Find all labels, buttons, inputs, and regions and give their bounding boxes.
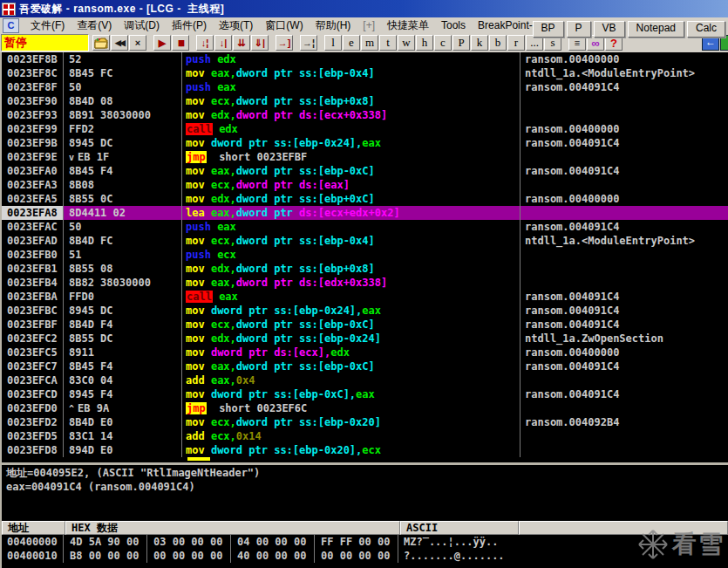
- disasm-row[interactable]: 0023EFA38B08mov ecx,dword ptr ds:[eax]: [2, 178, 728, 192]
- plugin-p-button[interactable]: P: [567, 21, 591, 38]
- bytes-cell: 8B4D FC: [64, 234, 182, 248]
- menu-plus[interactable]: [+]: [357, 19, 381, 31]
- menu-plugins[interactable]: 插件(P): [166, 19, 213, 31]
- comment-cell: [520, 373, 728, 387]
- menu-view[interactable]: 查看(V): [71, 19, 118, 31]
- animate-into-button[interactable]: ⇊: [233, 35, 250, 51]
- disasm-row[interactable]: 0023EFAD8B4D FCmov ecx,dword ptr ss:[ebp…: [2, 234, 728, 248]
- pause-icon: ▮▮: [178, 39, 183, 47]
- disasm-row[interactable]: 0023EFB051push ecx: [2, 248, 728, 262]
- close-button[interactable]: ×: [129, 35, 146, 51]
- execute-till-return-button[interactable]: →]: [276, 35, 293, 51]
- menu-tools[interactable]: Tools: [435, 19, 472, 31]
- disasm-row[interactable]: 0023EFAC50push eaxransom.004091C4: [2, 220, 728, 234]
- run-button[interactable]: ▶: [153, 35, 171, 51]
- comment-cell: [520, 262, 728, 276]
- animate-over-button[interactable]: ⇓|: [251, 35, 269, 51]
- disasm-row[interactable]: 0023EF908B4D 08mov ecx,dword ptr ss:[ebp…: [2, 94, 728, 108]
- disasm-row[interactable]: 0023EFBC8945 DCmov dword ptr ss:[ebp-0x2…: [2, 304, 728, 318]
- bytes-cell: 8911: [64, 346, 182, 359]
- plugin-notepad-button[interactable]: Notepad: [628, 21, 684, 38]
- comment-cell: [520, 150, 728, 164]
- comment-cell: ransom.004091C4: [520, 290, 728, 304]
- bytes-cell: 50: [64, 220, 182, 234]
- references-window-button[interactable]: r: [507, 35, 525, 51]
- plugin-calc-button[interactable]: Calc: [687, 21, 725, 38]
- disasm-row[interactable]: 0023EFBF8B4D F4mov ecx,dword ptr ss:[ebp…: [2, 318, 728, 332]
- comment-cell: ransom.00400000: [520, 122, 728, 136]
- bytes-cell: 51: [64, 248, 182, 262]
- cpu-window-button[interactable]: c: [434, 35, 452, 51]
- menu-debug[interactable]: 调试(D): [118, 19, 166, 31]
- menu-file[interactable]: 文件(F): [24, 19, 71, 31]
- dump-hex-header: HEX 数据: [65, 521, 400, 535]
- pause-button[interactable]: ▮▮: [172, 35, 189, 51]
- restart-button[interactable]: ◀◀: [111, 35, 128, 51]
- disasm-row[interactable]: 0023EFD0^EB 9Ajmp short 0023EF6C: [2, 401, 728, 415]
- disasm-row[interactable]: 0023EFC28B55 DCmov edx,dword ptr ss:[ebp…: [2, 332, 728, 346]
- comment-cell: ransom.004092B4: [520, 415, 728, 429]
- open-file-button[interactable]: [92, 35, 110, 51]
- disasm-row[interactable]: 0023EF8B52push edxransom.00400000: [2, 52, 728, 66]
- comment-cell: ransom.00400000: [520, 346, 728, 359]
- disasm-row[interactable]: 0023EF8F50push eaxransom.004091C4: [2, 80, 728, 94]
- step-into-button[interactable]: ↓¦: [196, 35, 214, 51]
- patches-window-button[interactable]: P: [452, 35, 470, 51]
- disasm-row[interactable]: 0023EFD28B4D E0mov ecx,dword ptr ss:[ebp…: [2, 415, 728, 429]
- disasm-row[interactable]: 0023EFA08B45 F4mov eax,dword ptr ss:[ebp…: [2, 164, 728, 178]
- instruction-cell: mov eax,dword ptr ss:[ebp-0xC]: [182, 359, 520, 373]
- menu-window[interactable]: 窗口(W): [259, 19, 309, 31]
- memory-window-button[interactable]: m: [361, 35, 378, 51]
- disasm-row[interactable]: 0023EFCD8945 F4mov dword ptr ss:[ebp-0xC…: [2, 387, 728, 401]
- disasm-row[interactable]: 0023EFD8894D E0mov dword ptr ss:[ebp-0x2…: [2, 443, 728, 457]
- dump-row[interactable]: 00400010B8 00 00 0000 00 00 0040 00 00 0…: [2, 549, 728, 563]
- dump-header: 地址HEX 数据ASCII: [2, 521, 728, 535]
- disasm-row[interactable]: 0023EFBAFFD0call eaxransom.004091C4: [2, 290, 728, 304]
- disasm-row[interactable]: 0023EFC78B45 F4mov eax,dword ptr ss:[ebp…: [2, 359, 728, 373]
- disassembly-pane: 0023EF8B52push edxransom.004000000023EF8…: [0, 52, 728, 462]
- disasm-row[interactable]: 0023EFC58911mov dword ptr ds:[ecx],edxra…: [2, 346, 728, 359]
- disasm-row[interactable]: 0023EF99FFD2call edxransom.00400000: [2, 122, 728, 136]
- address-cell: 0023EFBC: [2, 304, 64, 318]
- executables-window-button[interactable]: e: [343, 35, 360, 51]
- address-cell: 0023EF99: [2, 122, 64, 136]
- comment-cell: ransom.004091C4: [520, 387, 728, 401]
- menu-quick[interactable]: 快捷菜单: [381, 19, 435, 31]
- comment-cell: ransom.004091C4: [520, 136, 728, 150]
- disasm-row[interactable]: 0023EF8C8B45 FCmov eax,dword ptr ss:[ebp…: [2, 66, 728, 80]
- disasm-row[interactable]: 0023EFB48B82 38030000mov eax,dword ptr d…: [2, 276, 728, 290]
- comment-cell: ransom.00400000: [520, 192, 728, 206]
- execute-till-user-button[interactable]: →¦: [300, 35, 317, 51]
- folder-icon: [94, 38, 108, 49]
- system-menu-icon[interactable]: C: [3, 18, 19, 33]
- log-window-button[interactable]: l: [324, 35, 342, 51]
- disasm-row[interactable]: 0023EF9EvEB 1Fjmp short 0023EFBF: [2, 150, 728, 164]
- instruction-cell: mov ecx,dword ptr ss:[ebp+0x8]: [182, 94, 520, 108]
- step-over-button[interactable]: ↓|: [214, 35, 232, 51]
- disasm-row[interactable]: 0023EFCA83C0 04add eax,0x4: [2, 373, 728, 387]
- handles-window-button[interactable]: h: [416, 35, 433, 51]
- plugin-vb-button[interactable]: VB: [594, 21, 625, 38]
- menu-help[interactable]: 帮助(H): [310, 19, 357, 31]
- title-bar[interactable]: 吾爱破解 - ransom.exe - [LCG - 主线程]: [0, 0, 728, 17]
- plugin-bp-button[interactable]: BP: [533, 21, 564, 38]
- disasm-row[interactable]: 0023EFB18B55 08mov edx,dword ptr ss:[ebp…: [2, 262, 728, 276]
- step-over-icon: ↓|: [220, 38, 228, 48]
- menu-bar: C 文件(F)查看(V)调试(D)插件(P)选项(T)窗口(W)帮助(H)[+]…: [0, 17, 728, 33]
- breakpoints-window-button[interactable]: b: [489, 35, 507, 51]
- bytes-cell: FFD0: [64, 290, 182, 304]
- disasm-row[interactable]: 0023EFA88D4411 02lea eax,dword ptr ds:[e…: [2, 206, 728, 220]
- disasm-row[interactable]: 0023EFD583C1 14add ecx,0x14: [2, 429, 728, 443]
- windows-window-button[interactable]: w: [398, 35, 415, 51]
- dump-row[interactable]: 004000004D 5A 90 0003 00 00 0004 00 00 0…: [2, 535, 728, 549]
- menu-options[interactable]: 选项(T): [213, 19, 259, 31]
- disasm-row[interactable]: 0023EFA58B55 0Cmov edx,dword ptr ss:[ebp…: [2, 192, 728, 206]
- address-cell: 0023EFB0: [2, 248, 64, 262]
- instruction-cell: push eax: [182, 80, 520, 94]
- instruction-cell: mov eax,dword ptr ds:[edx+0x338]: [182, 276, 520, 290]
- callstack-window-button[interactable]: k: [471, 35, 488, 51]
- disasm-row[interactable]: 0023EF9B8945 DCmov dword ptr ss:[ebp-0x2…: [2, 136, 728, 150]
- disasm-row[interactable]: 0023EF938B91 38030000mov edx,dword ptr d…: [2, 108, 728, 122]
- threads-window-button[interactable]: t: [379, 35, 397, 51]
- app-icon: [2, 3, 16, 16]
